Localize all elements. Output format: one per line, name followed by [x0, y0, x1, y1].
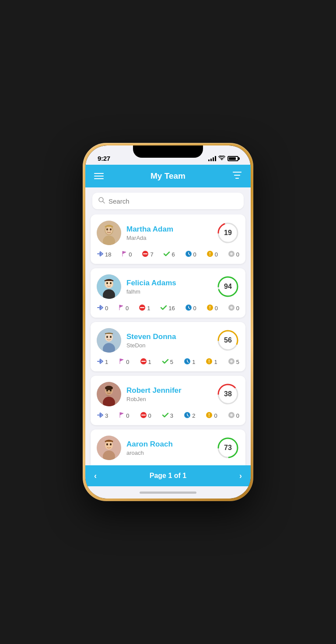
- svg-text:!: !: [209, 305, 210, 310]
- stats-row-martha: 18 0 7 6 0 ! 0: [97, 250, 239, 259]
- flag-icon-steven: [119, 358, 125, 366]
- svg-point-33: [105, 333, 113, 342]
- phone-frame: 9:27: [83, 143, 253, 501]
- svg-point-65: [106, 443, 108, 446]
- page-indicator: Page 1 of 1: [150, 472, 186, 480]
- forward-icon-felicia: [97, 305, 104, 312]
- stat-blocked-felicia: 1: [139, 304, 150, 312]
- forward-count-felicia: 0: [105, 305, 108, 312]
- svg-point-35: [106, 336, 108, 338]
- member-name-felicia: Felicia Adams: [126, 279, 211, 287]
- stat-timed-felicia: 0: [185, 304, 196, 312]
- team-card-martha[interactable]: Martha Adam MarAda 19 18 0 7: [91, 215, 245, 264]
- svg-point-6: [106, 229, 108, 231]
- forward-count-steven: 1: [105, 359, 108, 365]
- score-circle-martha: 19: [217, 222, 239, 244]
- card-info-robert: Robert Jennifer RobJen: [126, 386, 211, 402]
- stat-warning-martha: ! 0: [206, 250, 218, 259]
- stat-forwarded-martha: 18: [97, 251, 111, 258]
- next-page-button[interactable]: ›: [239, 471, 242, 481]
- stat-flagged-martha: 0: [121, 251, 132, 258]
- inactive-icon-martha: [228, 250, 235, 259]
- block-count-felicia: 1: [147, 305, 150, 312]
- inactive-icon-felicia: [228, 304, 235, 312]
- score-circle-aaron: 73: [217, 436, 239, 459]
- card-header-steven: Steven Donna SteDon 56: [97, 328, 239, 353]
- stat-forwarded-robert: 3: [97, 412, 108, 419]
- block-count-robert: 0: [148, 412, 151, 419]
- stat-blocked-robert: 0: [140, 412, 151, 420]
- forward-count-robert: 3: [105, 412, 108, 419]
- stats-row-robert: 3 0 0 3 2 ! 0 0: [97, 412, 239, 420]
- svg-point-66: [110, 443, 112, 446]
- svg-text:!: !: [209, 413, 210, 418]
- team-card-aaron[interactable]: Aaron Roach aroach 73 0 3 10: [91, 429, 245, 465]
- menu-button[interactable]: [94, 173, 104, 179]
- wifi-icon: [218, 155, 225, 162]
- block-count-martha: 7: [150, 251, 153, 258]
- forward-icon-steven: [97, 358, 104, 366]
- inactive-icon-steven: [228, 358, 235, 366]
- stats-row-felicia: 0 0 1 16 0 ! 0: [97, 304, 239, 312]
- inactive-count-steven: 5: [236, 359, 239, 365]
- warning-count-felicia: 0: [215, 305, 218, 312]
- avatar-robert: [97, 382, 121, 406]
- member-username-martha: MarAda: [126, 235, 211, 241]
- check-icon-steven: [162, 358, 169, 366]
- svg-point-51: [105, 386, 113, 390]
- filter-icon[interactable]: [232, 170, 242, 182]
- forward-icon-robert: [97, 412, 104, 419]
- flag-icon-felicia: [118, 305, 124, 312]
- timed-count-robert: 2: [192, 412, 195, 419]
- forward-count-martha: 18: [105, 251, 111, 258]
- check-icon-martha: [163, 251, 170, 258]
- prev-page-button[interactable]: ‹: [94, 471, 97, 481]
- stat-completed-martha: 6: [163, 251, 175, 258]
- flag-count-robert: 0: [126, 412, 129, 419]
- member-username-felicia: falhm: [126, 288, 211, 295]
- header-title: My Team: [150, 171, 186, 181]
- score-number-felicia: 94: [224, 283, 232, 291]
- warning-count-robert: 0: [214, 412, 217, 419]
- stat-blocked-steven: 1: [140, 358, 151, 366]
- card-header-aaron: Aaron Roach aroach 73: [97, 436, 239, 460]
- search-input[interactable]: [108, 197, 238, 205]
- avatar-aaron: [97, 436, 121, 460]
- search-box[interactable]: [92, 193, 244, 209]
- signal-icon: [208, 156, 216, 161]
- member-username-robert: RobJen: [126, 396, 211, 402]
- block-icon-robert: [140, 412, 147, 420]
- svg-point-4: [105, 226, 112, 234]
- stat-inactive-martha: 0: [228, 250, 239, 259]
- svg-point-7: [110, 229, 112, 231]
- member-name-steven: Steven Donna: [126, 332, 211, 341]
- team-card-steven[interactable]: Steven Donna SteDon 56 1 0 1: [91, 322, 245, 371]
- card-header-martha: Martha Adam MarAda 19: [97, 221, 239, 245]
- home-indicator: [85, 486, 251, 499]
- timed-count-martha: 0: [193, 251, 196, 258]
- member-name-robert: Robert Jennifer: [126, 386, 211, 395]
- stat-timed-steven: 1: [184, 358, 195, 366]
- warning-count-martha: 0: [215, 251, 218, 258]
- stat-inactive-felicia: 0: [228, 304, 239, 312]
- completed-count-felicia: 16: [168, 305, 175, 312]
- timed-icon-felicia: [185, 304, 192, 312]
- warning-icon-felicia: !: [206, 304, 214, 312]
- flag-count-steven: 0: [126, 359, 129, 365]
- svg-point-22: [110, 282, 112, 284]
- inactive-icon-robert: [228, 412, 235, 420]
- team-card-felicia[interactable]: Felicia Adams falhm 94 0 0 1: [91, 268, 245, 318]
- card-info-steven: Steven Donna SteDon: [126, 332, 211, 349]
- warning-icon-robert: !: [206, 412, 213, 420]
- svg-point-21: [106, 282, 108, 284]
- search-icon: [98, 197, 105, 205]
- home-bar: [140, 492, 196, 494]
- svg-text:!: !: [209, 359, 210, 364]
- timed-icon-martha: [185, 250, 192, 259]
- stat-flagged-felicia: 0: [118, 305, 129, 312]
- member-name-martha: Martha Adam: [126, 225, 211, 234]
- score-number-steven: 56: [224, 336, 232, 344]
- team-card-robert[interactable]: Robert Jennifer RobJen 38 3 0 0: [91, 376, 245, 425]
- score-number-martha: 19: [224, 229, 232, 237]
- inactive-count-felicia: 0: [236, 305, 239, 312]
